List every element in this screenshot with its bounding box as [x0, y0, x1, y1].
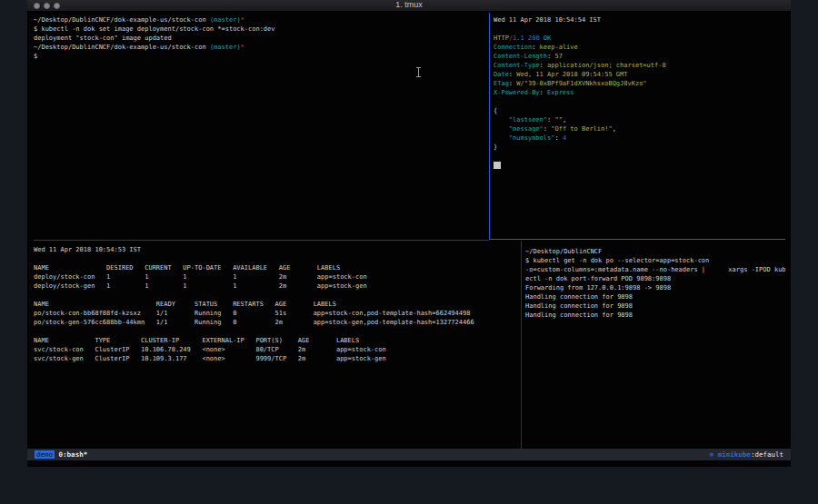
- text-segment: }: [494, 143, 497, 151]
- text-segment: "Off to Berlin!": [551, 125, 612, 133]
- terminal-line: ETag: W/"39-0xBPf9aF1dXVNkhsxoBQgJ8vKzo": [494, 79, 786, 88]
- text-segment: W/"39-0xBPf9aF1dXVNkhsxoBQgJ8vKzo": [516, 80, 646, 87]
- terminal-line: ~/Desktop/DublinCNCF: [525, 247, 791, 256]
- text-segment: po/stock-con-bb68f88fd-kzsxz 1/1 Running…: [34, 310, 470, 317]
- text-segment: :: [540, 89, 547, 96]
- text-segment: "message": [509, 125, 544, 133]
- text-segment: deploy/stock-gen 1 1 1 1 2m app=stock-ge…: [34, 282, 367, 290]
- text-segment: svc/stock-gen ClusterIP 10.109.3.177 <no…: [34, 355, 386, 362]
- text-segment: :: [544, 125, 551, 133]
- terminal-line: po/stock-con-bb68f88fd-kzsxz 1/1 Running…: [34, 309, 517, 318]
- terminal-line: $ kubectl get -n dok po --selector=app=s…: [525, 256, 791, 265]
- terminal-line: Date: Wed, 11 Apr 2018 09:54:55 GMT: [494, 70, 786, 79]
- text-segment: Wed, 11 Apr 2018 09:54:55 GMT: [516, 71, 627, 78]
- text-segment: ~/Desktop/DublinCNCF: [525, 248, 602, 255]
- terminal-line: NAME READY STATUS RESTARTS AGE LABELS: [34, 300, 517, 309]
- terminal-line: deploy/stock-con 1 1 1 1 2m app=stock-co…: [34, 272, 517, 282]
- status-left[interactable]: demo 0:bash*: [35, 449, 87, 460]
- terminal-line: [494, 25, 786, 34]
- terminal-line: -o=custom-columns=:metadata.name --no-he…: [525, 265, 791, 274]
- window-titlebar[interactable]: 1. tmux: [27, 0, 791, 12]
- terminal-line: Forwarding from 127.0.0.1:9898 -> 9898: [525, 283, 791, 292]
- text-segment: HTTP: [494, 35, 509, 42]
- text-segment: NAME DESIRED CURRENT UP-TO-DATE AVAILABL…: [34, 264, 340, 272]
- text-segment: 200: [528, 35, 540, 42]
- terminal-line: ~/Desktop/DublinCNCF/dok-example-us/stoc…: [34, 15, 486, 25]
- status-right: ⊛ minikube:default: [710, 449, 783, 460]
- terminal-line: Connection: keep-alive: [494, 43, 786, 52]
- text-segment: ETag: [494, 80, 509, 87]
- minimize-button-icon[interactable]: [44, 3, 50, 9]
- terminal-line: [494, 97, 786, 106]
- text-segment: $ kubectl -n dok set image deployment/st…: [34, 25, 275, 33]
- text-segment: application/json; charset=utf-8: [547, 62, 666, 69]
- terminal-line: Content-Type: application/json; charset=…: [494, 61, 786, 70]
- text-segment: ~/Desktop/DublinCNCF/dok-example-us/stoc…: [34, 44, 210, 51]
- pane-divider-vertical[interactable]: [521, 241, 522, 449]
- terminal-line: deploy/stock-gen 1 1 1 1 2m app=stock-ge…: [34, 282, 517, 291]
- pane-divider-vertical-active[interactable]: [489, 13, 490, 240]
- text-cursor-pointer-icon: [416, 67, 421, 77]
- tmux-status-bar: demo 0:bash* ⊛ minikube:default: [27, 449, 791, 460]
- text-segment: deployment "stock-con" image updated: [34, 35, 172, 42]
- text-segment: Date: [494, 71, 509, 78]
- terminal-line: [34, 327, 517, 336]
- tmux-pane-top-left[interactable]: ~/Desktop/DublinCNCF/dok-example-us/stoc…: [34, 15, 486, 238]
- kube-namespace-name: default: [754, 450, 783, 459]
- text-segment: ,: [613, 125, 616, 133]
- text-segment: ~/Desktop/DublinCNCF/dok-example-us/stoc…: [34, 16, 210, 24]
- text-segment: Content-Length: [494, 53, 547, 60]
- text-segment: (master): [210, 16, 241, 24]
- text-segment: Forwarding from 127.0.0.1:9898 -> 9898: [525, 284, 671, 292]
- text-segment: ,: [563, 116, 566, 124]
- terminal-line: svc/stock-con ClusterIP 10.106.78.249 <n…: [34, 345, 517, 354]
- terminal-line: Wed 11 Apr 2018 10:54:54 IST: [494, 15, 786, 25]
- terminal-line: HTTP/1.1 200 OK: [494, 34, 786, 43]
- zoom-button-icon[interactable]: [54, 3, 60, 9]
- text-segment: X-Powered-By: [494, 89, 540, 96]
- terminal-line: Content-Length: 57: [494, 52, 786, 61]
- text-segment: 57: [554, 53, 562, 60]
- terminal-line: Wed 11 Apr 2018 10:54:53 IST: [34, 245, 517, 254]
- text-segment: Connection: [494, 44, 532, 51]
- terminal-line: "lastseen": "",: [494, 115, 786, 124]
- text-segment: NAME TYPE CLUSTER-IP EXTERNAL-IP PORT(S)…: [34, 337, 359, 344]
- text-segment: Express: [547, 89, 574, 96]
- terminal-line: [34, 291, 517, 300]
- terminal-line: ~/Desktop/DublinCNCF/dok-example-us/stoc…: [34, 43, 486, 52]
- terminal-content: ~/Desktop/DublinCNCF/dok-example-us/stoc…: [27, 13, 791, 467]
- text-segment: po/stock-gen-576cc688bb-44kmn 1/1 Runnin…: [34, 319, 474, 326]
- terminal-line: "message": "Off to Berlin!",: [494, 124, 786, 133]
- tmux-pane-top-right[interactable]: Wed 11 Apr 2018 10:54:54 ISTHTTP/1.1 200…: [494, 15, 786, 238]
- text-segment: "numsymbols": [509, 134, 555, 142]
- terminal-line: Handling connection for 9898: [525, 311, 791, 320]
- tmux-window-name: 0:bash*: [59, 450, 88, 459]
- text-segment: 4: [563, 134, 566, 142]
- text-segment: keep-alive: [540, 44, 578, 51]
- text-segment: [494, 134, 509, 142]
- text-segment: Handling connection for 9898: [525, 293, 633, 301]
- terminal-line: ectl -n dok port-forward POD 9898:9898: [525, 274, 791, 283]
- text-segment: NAME READY STATUS RESTARTS AGE LABELS: [34, 301, 336, 308]
- terminal-line: [494, 152, 786, 161]
- text-segment: Wed 11 Apr 2018 10:54:54 IST: [494, 16, 601, 24]
- terminal-line: Handling connection for 9898: [525, 292, 791, 301]
- terminal-line: [494, 161, 786, 170]
- terminal-line: svc/stock-gen ClusterIP 10.109.3.177 <no…: [34, 354, 517, 363]
- pane-divider-horizontal[interactable]: [34, 240, 489, 241]
- tmux-session-name: demo: [35, 450, 55, 459]
- terminal-cursor: [494, 162, 501, 169]
- tmux-pane-bottom-right[interactable]: ~/Desktop/DublinCNCF$ kubectl get -n dok…: [525, 247, 791, 447]
- close-button-icon[interactable]: [34, 3, 40, 9]
- text-segment: (master): [210, 44, 241, 51]
- terminal-line: NAME DESIRED CURRENT UP-TO-DATE AVAILABL…: [34, 263, 517, 272]
- terminal-line: po/stock-gen-576cc688bb-44kmn 1/1 Runnin…: [34, 318, 517, 327]
- text-segment: :: [554, 134, 562, 142]
- tmux-pane-bottom-left[interactable]: Wed 11 Apr 2018 10:54:53 ISTNAME DESIRED…: [34, 245, 517, 447]
- text-segment: "lastseen": [509, 116, 547, 124]
- pane-divider-horizontal-active[interactable]: [489, 239, 785, 240]
- text-segment: 1.1: [513, 35, 524, 42]
- text-segment: deploy/stock-con 1 1 1 1 2m app=stock-co…: [34, 273, 367, 281]
- text-segment: OK: [544, 35, 551, 42]
- kube-context-name: minikube: [718, 450, 751, 459]
